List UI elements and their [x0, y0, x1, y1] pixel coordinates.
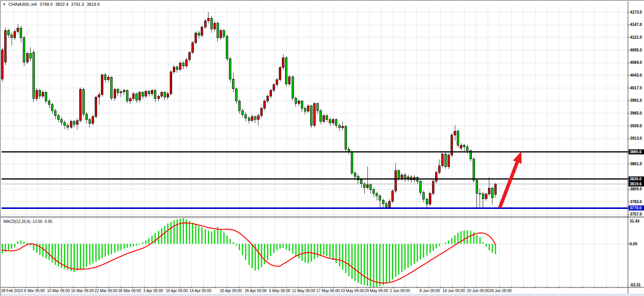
macd-histogram-bar: [252, 244, 253, 268]
symbol-dropdown-icon[interactable]: ▼: [3, 2, 6, 7]
candle-bullish: [279, 67, 281, 79]
macd-histogram-bar: [214, 230, 215, 244]
candle-bullish: [114, 89, 116, 98]
macd-histogram-bar: [189, 221, 190, 244]
candle-bearish: [164, 92, 166, 97]
macd-histogram-bar: [417, 244, 418, 262]
candle-bullish: [186, 60, 188, 66]
candle-bullish: [367, 185, 369, 188]
candle-bullish: [267, 96, 269, 101]
macd-histogram-bar: [273, 244, 275, 253]
candle-bullish: [495, 184, 497, 194]
macd-histogram-bar: [386, 244, 387, 284]
candle-bullish: [108, 77, 109, 80]
macd-histogram-bar: [448, 241, 449, 244]
macd-histogram-bar: [414, 244, 415, 264]
candle-bullish: [145, 91, 147, 96]
macd-histogram-bar: [401, 244, 403, 272]
macd-histogram-bar: [2, 244, 3, 253]
macd-histogram-bar: [118, 244, 119, 251]
macd-histogram-bar: [195, 224, 196, 244]
macd-histogram-bar: [326, 244, 328, 256]
macd-histogram-bar: [348, 244, 350, 276]
candle-bullish: [220, 31, 222, 38]
candle-bearish: [364, 184, 366, 188]
candle-bullish: [120, 92, 122, 93]
candle-bullish: [489, 188, 490, 194]
candle-bearish: [142, 92, 144, 96]
candle-bearish: [445, 154, 447, 167]
macd-histogram-bar: [230, 239, 231, 244]
macd-histogram-bar: [442, 244, 443, 244]
macd-histogram-bar: [145, 241, 147, 244]
macd-histogram-bar: [264, 244, 265, 264]
candle-bullish: [179, 63, 181, 69]
candle-bullish: [270, 90, 272, 96]
macd-histogram-bar: [289, 244, 290, 251]
trading-chart-window: ▼ CHINA300-,H4 3798.0 3822.4 3791.3 3819…: [0, 0, 644, 296]
macd-histogram-bar: [102, 244, 103, 258]
macd-histogram-bar: [139, 244, 140, 245]
macd-histogram-bar: [227, 236, 228, 244]
candle-bearish: [83, 89, 85, 114]
candle-bullish: [189, 52, 191, 60]
macd-histogram-bar: [14, 244, 15, 247]
macd-histogram-bar: [464, 231, 465, 244]
candle-bullish: [192, 43, 194, 52]
macd-histogram-bar: [283, 244, 284, 248]
candle-bullish: [92, 116, 94, 123]
candle-bearish: [426, 199, 428, 204]
macd-histogram-bar: [302, 244, 303, 261]
macd-histogram-bar: [430, 244, 431, 253]
macd-histogram-bar: [320, 244, 321, 256]
macd-histogram-bar: [130, 244, 131, 247]
candle-bearish: [126, 90, 128, 101]
macd-histogram-bar: [439, 244, 440, 246]
macd-histogram-bar: [299, 244, 300, 258]
macd-histogram-bar: [52, 244, 53, 262]
macd-histogram-bar: [11, 244, 12, 249]
candle-bearish: [383, 200, 384, 204]
candle-bearish: [304, 108, 306, 111]
macd-histogram-bar: [164, 226, 166, 244]
macd-histogram-bar: [27, 243, 28, 244]
candle-bullish: [123, 90, 125, 92]
candle-bearish: [295, 98, 297, 104]
macd-histogram-bar: [383, 244, 384, 285]
candle-bearish: [476, 180, 478, 193]
candle-bullish: [77, 120, 79, 124]
macd-histogram-bar: [454, 235, 456, 244]
macd-histogram-bar: [220, 229, 222, 244]
candle-bearish: [8, 31, 10, 35]
macd-histogram-bar: [398, 244, 400, 275]
macd-histogram-bar: [39, 244, 41, 255]
candle-bearish: [463, 145, 465, 147]
macd-histogram-bar: [198, 226, 200, 244]
candle-bearish: [473, 159, 475, 180]
candle-bearish: [292, 77, 294, 98]
macd-histogram-bar: [74, 244, 75, 272]
macd-histogram-bar: [55, 244, 56, 265]
candle-bearish: [239, 101, 241, 111]
candle-bullish: [401, 175, 403, 178]
macd-histogram-bar: [245, 244, 246, 260]
candle-bullish: [133, 94, 135, 99]
candle-bearish: [360, 180, 362, 184]
candle-bullish: [201, 27, 203, 35]
candle-bearish: [229, 59, 231, 79]
candle-bullish: [205, 21, 207, 27]
macd-histogram-bar: [292, 244, 294, 253]
macd-histogram-bar: [339, 244, 340, 267]
candle-bearish: [86, 114, 88, 120]
macd-histogram-bar: [121, 244, 122, 250]
candle-bullish: [395, 171, 397, 191]
candle-bearish: [223, 31, 225, 36]
candle-bearish: [386, 204, 388, 207]
chart-canvas[interactable]: [0, 0, 644, 296]
candle-bearish: [376, 193, 378, 196]
macd-histogram-bar: [379, 244, 381, 286]
candle-bearish: [255, 116, 256, 120]
candle-bullish: [2, 50, 3, 79]
candle-bearish: [61, 120, 63, 123]
macd-histogram-bar: [296, 244, 297, 256]
